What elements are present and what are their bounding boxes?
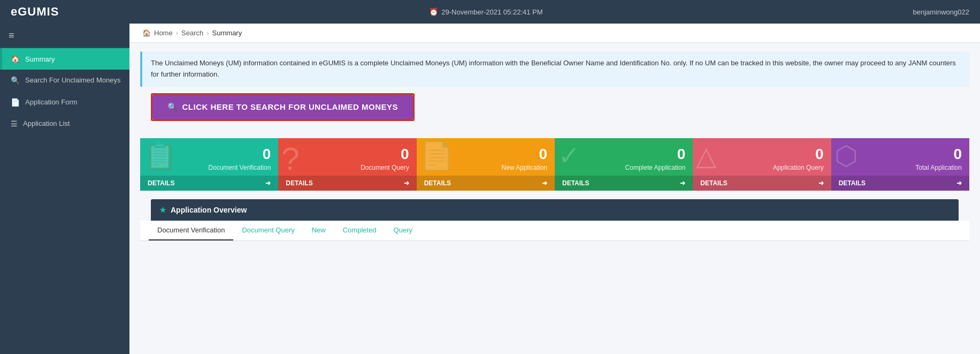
app-query-bg-icon: △ [696, 140, 716, 171]
breadcrumb-current: Summary [212, 29, 242, 37]
sidebar-item-search-label: Search For Unclaimed Moneys [25, 76, 120, 85]
stat-card-complete-application-body: ✓ 0 Complete Application [555, 138, 693, 176]
breadcrumb-sep1: › [176, 29, 178, 37]
breadcrumb-search[interactable]: Search [181, 29, 203, 37]
total-application-arrow-icon: ➜ [956, 179, 962, 187]
tab-new[interactable]: New [303, 221, 334, 240]
hamburger-icon: ≡ [9, 30, 14, 41]
breadcrumb-sep2: › [206, 29, 209, 37]
home-icon: 🏠 [11, 55, 20, 63]
stat-card-complete-application: ✓ 0 Complete Application DETAILS ➜ [555, 138, 693, 191]
list-icon: ☰ [11, 119, 18, 128]
app-overview-tabs: Document Verification Document Query New… [140, 221, 969, 241]
app-overview-title: Application Overview [171, 206, 247, 214]
doc-verification-bg-icon: 📋 [143, 140, 177, 171]
tab-doc-verification-label: Document Verification [157, 226, 225, 234]
stats-row: 📋 0 Document Verification DETAILS ➜ ? 0 [140, 138, 969, 191]
app-query-label: Application Query [773, 164, 824, 171]
tab-doc-query[interactable]: Document Query [233, 221, 303, 240]
app-overview-title-row: ★ Application Overview [151, 199, 959, 221]
new-application-label: New Application [502, 164, 547, 171]
doc-verification-label: Document Verification [209, 164, 271, 171]
app-overview-header-bar: ★ Application Overview [151, 199, 959, 221]
logo: eGUMIS [11, 5, 59, 19]
doc-query-details[interactable]: DETAILS ➜ [278, 176, 416, 191]
app-query-arrow-icon: ➜ [818, 179, 824, 187]
tab-query[interactable]: Query [385, 221, 421, 240]
complete-application-details[interactable]: DETAILS ➜ [555, 176, 693, 191]
tab-new-label: New [312, 226, 326, 234]
complete-application-label: Complete Application [625, 164, 686, 171]
stat-card-total-application-body: ⬡ 0 Total Application [831, 138, 969, 176]
doc-verification-details-label: DETAILS [148, 179, 174, 187]
info-box: The Unclaimed Moneys (UM) information co… [140, 51, 969, 87]
stat-card-doc-verification: 📋 0 Document Verification DETAILS ➜ [140, 138, 278, 191]
clock-icon: ⏰ [429, 7, 438, 16]
form-icon: 📄 [11, 98, 20, 107]
app-overview-section: ★ Application Overview Document Verifica… [140, 199, 969, 241]
sidebar-item-search[interactable]: 🔍 Search For Unclaimed Moneys [0, 70, 129, 92]
tab-completed-label: Completed [343, 226, 377, 234]
logo-e: e [11, 5, 18, 18]
pin-icon: ★ [159, 206, 166, 214]
new-app-bg-icon: 📄 [420, 140, 453, 171]
logo-gumis: GUMIS [18, 5, 59, 18]
info-text: The Unclaimed Moneys (UM) information co… [151, 59, 956, 78]
tab-query-label: Query [394, 226, 412, 234]
stat-card-new-application-body: 📄 0 New Application [417, 138, 555, 176]
stat-card-app-query: △ 0 Application Query DETAILS ➜ [693, 138, 831, 191]
tab-doc-verification[interactable]: Document Verification [149, 221, 233, 240]
stat-card-doc-query: ? 0 Document Query DETAILS ➜ [278, 138, 416, 191]
main-layout: ≡ 🏠 Summary 🔍 Search For Unclaimed Money… [0, 24, 980, 354]
app-query-count: 0 [773, 146, 824, 163]
search-button-wrapper: 🔍 CLICK HERE TO SEARCH FOR UNCLAIMED MON… [140, 93, 425, 130]
complete-application-details-label: DETAILS [562, 179, 589, 187]
app-query-details[interactable]: DETAILS ➜ [693, 176, 831, 191]
total-application-details[interactable]: DETAILS ➜ [831, 176, 969, 191]
breadcrumb-home[interactable]: Home [154, 29, 173, 37]
total-application-label: Total Application [915, 164, 962, 171]
total-application-details-label: DETAILS [839, 179, 866, 187]
new-application-count: 0 [502, 146, 547, 163]
sidebar: ≡ 🏠 Summary 🔍 Search For Unclaimed Money… [0, 24, 129, 354]
doc-query-arrow-icon: ➜ [404, 179, 409, 187]
doc-verification-details[interactable]: DETAILS ➜ [140, 176, 278, 191]
total-application-count: 0 [915, 146, 962, 163]
tab-doc-query-label: Document Query [242, 226, 294, 234]
header-user: benjaminwong022 [913, 8, 969, 16]
sidebar-item-appform[interactable]: 📄 Application Form [0, 92, 129, 113]
total-app-bg-icon: ⬡ [834, 140, 858, 171]
stat-card-app-query-body: △ 0 Application Query [693, 138, 831, 176]
complete-application-count: 0 [625, 146, 686, 163]
app-query-details-label: DETAILS [700, 179, 727, 187]
datetime-text: 29-November-2021 05:22:41 PM [441, 8, 542, 16]
search-btn-label: CLICK HERE TO SEARCH FOR UNCLAIMED MONEY… [182, 102, 399, 111]
stat-card-doc-query-body: ? 0 Document Query [278, 138, 416, 176]
doc-query-label: Document Query [361, 164, 409, 171]
new-application-details[interactable]: DETAILS ➜ [417, 176, 555, 191]
search-btn-icon: 🔍 [167, 102, 178, 112]
search-icon: 🔍 [11, 76, 20, 85]
breadcrumb: 🏠 Home › Search › Summary [129, 24, 980, 43]
sidebar-item-applist[interactable]: ☰ Application List [0, 113, 129, 134]
doc-query-bg-icon: ? [281, 140, 299, 177]
sidebar-item-appform-label: Application Form [25, 98, 78, 106]
stat-card-doc-verification-body: 📋 0 Document Verification [140, 138, 278, 176]
stat-card-total-application: ⬡ 0 Total Application DETAILS ➜ [831, 138, 969, 191]
sidebar-item-summary[interactable]: 🏠 Summary [0, 48, 129, 70]
home-breadcrumb-icon: 🏠 [142, 29, 151, 37]
top-header: eGUMIS ⏰ 29-November-2021 05:22:41 PM be… [0, 0, 980, 24]
search-unclaimed-button[interactable]: 🔍 CLICK HERE TO SEARCH FOR UNCLAIMED MON… [152, 95, 413, 119]
new-application-details-label: DETAILS [424, 179, 451, 187]
doc-verification-count: 0 [209, 146, 271, 163]
complete-app-bg-icon: ✓ [558, 140, 580, 171]
search-button-border: 🔍 CLICK HERE TO SEARCH FOR UNCLAIMED MON… [151, 93, 415, 121]
complete-application-arrow-icon: ➜ [680, 179, 685, 187]
header-datetime: ⏰ 29-November-2021 05:22:41 PM [429, 7, 542, 16]
doc-query-count: 0 [361, 146, 409, 163]
sidebar-menu-toggle[interactable]: ≡ [0, 24, 129, 48]
new-application-arrow-icon: ➜ [542, 179, 547, 187]
tab-completed[interactable]: Completed [334, 221, 385, 240]
doc-verification-arrow-icon: ➜ [265, 179, 271, 187]
content-area: 🏠 Home › Search › Summary The Unclaimed … [129, 24, 980, 354]
